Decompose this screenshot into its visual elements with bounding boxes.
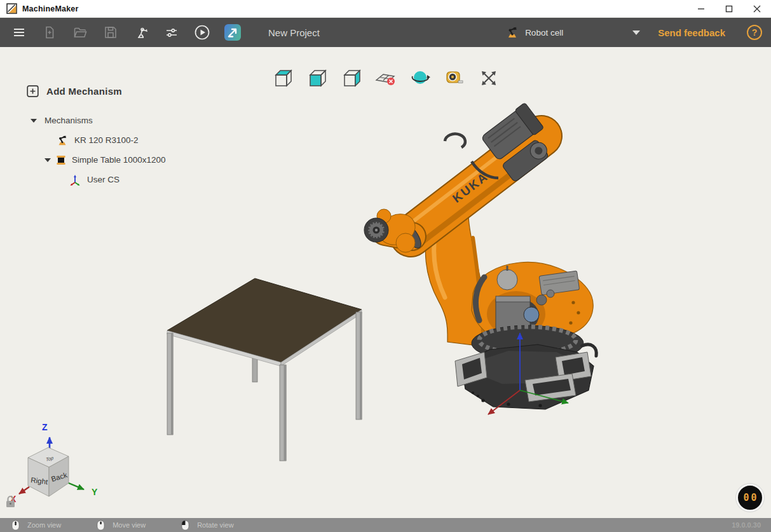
save-project-icon[interactable] <box>99 21 122 44</box>
caret-down-icon[interactable] <box>44 158 51 162</box>
settings-sliders-icon[interactable] <box>160 21 183 44</box>
tree-item-label: Mechanisms <box>44 116 93 125</box>
new-project-icon[interactable] <box>38 21 61 44</box>
axis-y-arrow <box>69 483 84 489</box>
robot-model[interactable]: KUKA <box>364 102 596 414</box>
robot-base <box>455 344 596 409</box>
hint-rotate-view: Rotate view <box>181 520 233 531</box>
robot-cell-dropdown[interactable]: Robot cell <box>505 25 640 39</box>
tree-item-mechanisms[interactable]: Mechanisms <box>19 111 197 130</box>
view-toolbar <box>272 67 500 89</box>
title-bar: MachineMaker <box>0 0 771 18</box>
measure-tape-icon[interactable] <box>444 67 465 89</box>
app-version: 19.0.0.30 <box>732 521 761 529</box>
caret-down-icon[interactable] <box>31 119 37 123</box>
axis-z-label: Z <box>42 422 48 432</box>
app-logo-icon <box>6 3 17 14</box>
mechanism-tree: Mechanisms KR 120 R3100-2 <box>19 111 197 189</box>
tree-item-user-cs[interactable]: User CS <box>19 170 197 189</box>
app-export-icon[interactable] <box>221 21 244 44</box>
table-model[interactable] <box>167 278 362 461</box>
counter-value: 00 <box>743 492 758 503</box>
axis-x-arrow <box>19 487 29 494</box>
project-title: New Project <box>268 27 320 38</box>
tree-item-label: KR 120 R3100-2 <box>74 135 139 145</box>
hide-floor-grid-icon[interactable] <box>375 67 397 89</box>
table-leg-front <box>280 365 287 461</box>
robot-library-icon[interactable] <box>130 21 153 44</box>
view-right-cube-icon[interactable] <box>341 67 362 89</box>
tree-item-label: User CS <box>87 175 119 184</box>
mouse-scroll-icon <box>11 520 20 531</box>
hint-zoom-view: Zoom view <box>11 520 61 531</box>
main-toolbar: New Project Robot cell Send feedback ? <box>0 18 771 47</box>
table-leg-right <box>356 312 362 419</box>
maximize-button[interactable] <box>715 0 743 17</box>
mouse-left-button-icon <box>181 520 189 531</box>
viewport-3d[interactable]: KUKA <box>0 47 771 518</box>
help-glyph: ? <box>752 27 758 38</box>
view-front-cube-icon[interactable] <box>306 67 328 89</box>
plus-square-icon <box>27 85 39 97</box>
hint-label: Move view <box>113 521 146 529</box>
add-mechanism-button[interactable]: Add Mechanism <box>19 81 197 100</box>
status-bar: Zoom view Move view Rotate view 19.0.0.3… <box>0 518 771 532</box>
hint-label: Rotate view <box>197 521 233 529</box>
robot-cell-label: Robot cell <box>525 28 563 38</box>
chevron-down-icon <box>632 31 640 35</box>
jog-counter-button[interactable]: 00 <box>736 484 764 512</box>
hint-move-view: Move view <box>97 520 146 531</box>
coordinate-system-icon <box>69 174 81 186</box>
send-feedback-link[interactable]: Send feedback <box>658 27 725 38</box>
window-title: MachineMaker <box>22 4 79 13</box>
add-mechanism-label: Add Mechanism <box>46 86 122 97</box>
tree-item-table[interactable]: Simple Table 1000x1200 <box>19 150 197 170</box>
close-button[interactable] <box>743 0 771 17</box>
simulate-play-icon[interactable] <box>191 21 214 44</box>
help-button[interactable]: ? <box>747 25 762 40</box>
mechanism-sidebar: Add Mechanism Mechanisms KR 120 R3100-2 <box>19 81 197 189</box>
fit-to-view-icon[interactable] <box>478 67 500 89</box>
hint-label: Zoom view <box>27 521 61 529</box>
table-top <box>167 278 362 362</box>
tree-item-robot[interactable]: KR 120 R3100-2 <box>19 130 197 150</box>
window-controls <box>687 0 771 17</box>
hamburger-menu-icon[interactable] <box>8 21 31 44</box>
axis-y-label: Y <box>92 487 98 497</box>
tree-item-label: Simple Table 1000x1200 <box>72 155 166 165</box>
robot-accumulator <box>497 269 517 290</box>
robot-cell-icon <box>505 25 519 39</box>
table-icon <box>56 155 66 165</box>
table-leg-left <box>167 333 174 435</box>
nav-cube[interactable]: Z Top Right Back X Y <box>6 422 98 507</box>
mouse-middle-button-icon <box>97 520 105 531</box>
robot-icon <box>56 134 69 147</box>
view-top-cube-icon[interactable] <box>272 67 294 89</box>
orbit-view-icon[interactable] <box>409 67 431 89</box>
robot-upper-arm: KUKA <box>407 128 544 248</box>
minimize-button[interactable] <box>687 0 715 17</box>
open-project-icon[interactable] <box>69 21 92 44</box>
